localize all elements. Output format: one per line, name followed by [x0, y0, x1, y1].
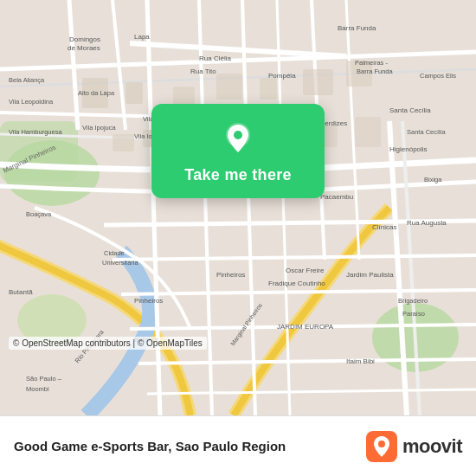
svg-text:Palmeiras -: Palmeiras - [355, 59, 388, 67]
svg-text:Santa Cecília: Santa Cecília [389, 106, 431, 114]
svg-text:Vila Hamburguesa: Vila Hamburguesa [9, 128, 62, 136]
svg-text:Barra Funda: Barra Funda [357, 68, 394, 75]
svg-text:Bixiga: Bixiga [424, 176, 442, 183]
svg-text:Pompéla: Pompéla [268, 72, 296, 80]
svg-text:Rua Tito: Rua Tito [190, 68, 216, 75]
svg-text:Butantã: Butantã [9, 288, 33, 296]
svg-rect-27 [125, 82, 143, 104]
svg-text:Itaim Bibi: Itaim Bibi [346, 357, 375, 365]
svg-text:Higienópolis: Higienópolis [389, 145, 428, 153]
location-pin-icon [219, 119, 257, 158]
svg-text:Brigadeiro: Brigadeiro [398, 297, 428, 305]
svg-text:Campos Elis: Campos Elis [420, 72, 456, 80]
svg-text:Vila Ipojuca: Vila Ipojuca [82, 124, 116, 132]
svg-text:Paraíso: Paraíso [402, 310, 425, 318]
svg-text:Boaçava: Boaçava [26, 210, 52, 218]
svg-rect-88 [378, 452, 385, 454]
svg-rect-38 [355, 117, 381, 147]
svg-rect-33 [113, 134, 134, 151]
moovit-logo: moovit [366, 431, 462, 462]
svg-rect-31 [303, 69, 333, 95]
svg-text:Pinheiros: Pinheiros [216, 271, 245, 279]
svg-text:Universitária: Universitária [102, 259, 139, 267]
svg-text:Moombi: Moombi [26, 385, 49, 393]
svg-rect-29 [216, 74, 242, 100]
moovit-label: moovit [402, 435, 462, 458]
take-me-there-button[interactable]: Take me there [184, 166, 292, 184]
svg-text:Fradique Coutinho: Fradique Coutinho [268, 280, 325, 287]
map-container[interactable]: Domingos de Moraes Lapa Barra Funda Bela… [0, 0, 476, 415]
svg-rect-30 [260, 78, 277, 100]
svg-text:Vila Leopoldina: Vila Leopoldina [9, 98, 54, 106]
bottom-bar: Good Game e-Sports Bar, Sao Paulo Region… [0, 415, 476, 476]
svg-text:Pacaembu: Pacaembu [320, 193, 353, 201]
svg-rect-28 [173, 87, 195, 104]
svg-text:São Paulo –: São Paulo – [26, 375, 62, 383]
svg-point-85 [234, 131, 242, 139]
popup-card[interactable]: Take me there [151, 104, 325, 198]
svg-text:de Moraes: de Moraes [68, 44, 100, 52]
place-name: Good Game e-Sports Bar, Sao Paulo Region [14, 439, 366, 453]
svg-text:JARDIM EUROPA: JARDIM EUROPA [277, 323, 334, 331]
svg-text:Clínicas: Clínicas [372, 223, 396, 231]
svg-text:Alto da Lapa: Alto da Lapa [78, 89, 115, 97]
svg-text:Rua Augusta: Rua Augusta [407, 219, 447, 227]
svg-text:Jardim Paulista: Jardim Paulista [346, 271, 394, 279]
svg-text:Barra Funda: Barra Funda [338, 24, 376, 32]
svg-text:Cidade: Cidade [104, 249, 125, 257]
svg-text:Bela Aliança: Bela Aliança [9, 76, 45, 84]
moovit-icon [366, 431, 397, 462]
svg-text:Lapa: Lapa [134, 33, 150, 41]
svg-point-87 [378, 441, 385, 447]
svg-text:Rua Clélia: Rua Clélia [199, 55, 231, 62]
svg-text:Santa Cecília: Santa Cecília [407, 128, 446, 136]
map-attribution: © OpenStreetMap contributors | © OpenMap… [9, 337, 207, 350]
svg-text:Domingos: Domingos [69, 35, 100, 43]
place-info: Good Game e-Sports Bar, Sao Paulo Region [14, 439, 366, 453]
svg-text:Pinheiros: Pinheiros [134, 297, 163, 305]
map-background: Domingos de Moraes Lapa Barra Funda Bela… [0, 0, 476, 415]
svg-text:Oscar Freire: Oscar Freire [286, 267, 325, 274]
